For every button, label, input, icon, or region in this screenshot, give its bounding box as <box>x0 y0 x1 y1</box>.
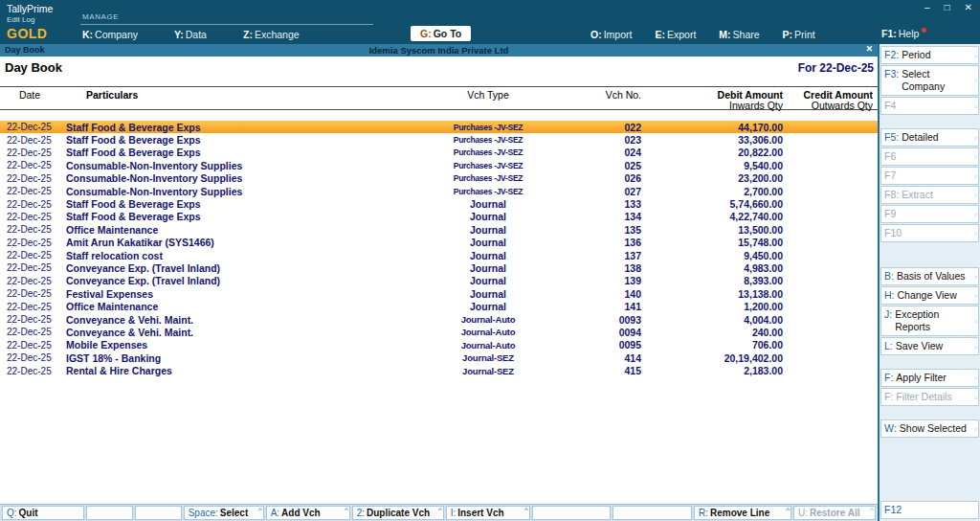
cell-vch-no: 026 <box>555 172 643 184</box>
sidebar-button[interactable]: H:Change View ‹ <box>880 286 979 305</box>
table-row[interactable]: 22-Dec-25 Rental & Hire Charges Journal-… <box>0 364 878 376</box>
cell-date: 22-Dec-25 <box>0 135 59 146</box>
menu-item[interactable]: Y:Data <box>174 29 207 40</box>
table-row[interactable]: 22-Dec-25 Consumable-Non-Inventory Suppl… <box>0 172 878 185</box>
sidebar-button[interactable]: F7 ‹ <box>880 167 979 185</box>
cell-vch-no: 022 <box>555 122 643 133</box>
cell-debit-amount: 2,183.00 <box>643 365 785 376</box>
sidebar-button[interactable]: F6 ‹ <box>880 147 979 166</box>
help-button[interactable]: F1:Help <box>881 28 926 39</box>
sidebar-button[interactable]: F2:Period ‹ <box>880 46 979 64</box>
sidebar-button[interactable] <box>880 356 979 368</box>
bottom-bar-button[interactable]: 2:Duplicate Vch ^ <box>352 506 444 520</box>
sidebar-button[interactable]: J:Exception Reports ‹ <box>880 306 979 336</box>
table-row[interactable]: 22-Dec-25 Conveyance & Vehi. Maint. Jour… <box>0 313 878 326</box>
bottom-bar-button[interactable]: R:Remove Line ^ <box>694 506 791 520</box>
cell-date: 22-Dec-25 <box>0 340 59 351</box>
bottom-bar-button[interactable]: U:Restore All ^ <box>793 506 876 520</box>
sidebar-button[interactable] <box>880 116 979 127</box>
sidebar-button[interactable]: F4 ‹ <box>880 97 979 115</box>
sidebar-button[interactable] <box>880 407 979 419</box>
menu-item[interactable]: O:Import <box>590 29 632 40</box>
go-to-button[interactable]: G:Go To <box>411 26 471 41</box>
cell-date: 22-Dec-25 <box>0 327 59 337</box>
button-colon: : <box>890 391 893 403</box>
bottom-bar-button[interactable]: Space:Select ^ <box>184 506 264 520</box>
cell-vch-no: 133 <box>555 198 643 210</box>
table-row[interactable]: 22-Dec-25 IGST 18% - Banking Journal-SEZ… <box>0 351 878 364</box>
button-label: Apply Filter <box>896 372 969 384</box>
edit-log-link[interactable]: Edit Log <box>7 15 34 24</box>
cell-date: 22-Dec-25 <box>0 122 59 132</box>
button-key: F7 <box>884 170 896 182</box>
button-key: B <box>884 270 891 283</box>
table-row[interactable]: 22-Dec-25 Staff Food & Beverage Exps Pur… <box>0 147 878 159</box>
menu-item[interactable]: K:Company <box>82 29 138 40</box>
cell-vch-type: Journal <box>421 198 555 210</box>
sidebar-button[interactable] <box>880 439 979 500</box>
sidebar-button[interactable] <box>880 243 979 266</box>
table-row[interactable]: 22-Dec-25 Conveyance & Vehi. Maint. Jour… <box>0 326 878 338</box>
table-row[interactable]: 22-Dec-25 Staff Food & Beverage Exps Pur… <box>0 121 878 133</box>
menu-item[interactable]: E:Export <box>655 29 696 40</box>
help-notification-dot <box>922 28 926 33</box>
sidebar-button[interactable]: B:Basis of Values ‹ <box>880 267 979 285</box>
table-row[interactable]: 22-Dec-25 Conveyance Exp. (Travel Inland… <box>0 275 878 287</box>
bottom-bar-button[interactable] <box>532 506 612 520</box>
table-row[interactable]: 22-Dec-25 Office Maintenance Journal 141… <box>0 300 878 312</box>
sidebar-button[interactable]: F3:Select Company ‹ <box>880 65 979 96</box>
cell-particulars: Staff Food & Beverage Exps <box>59 122 421 133</box>
bottom-bar-button[interactable]: Q:Quit <box>2 506 84 520</box>
menu-item[interactable]: Z:Exchange <box>243 29 300 40</box>
bottom-bar-button[interactable]: A:Add Vch ^ <box>266 506 350 520</box>
table-row[interactable]: 22-Dec-25 Staff relocation cost Journal … <box>0 249 878 261</box>
button-key: W <box>884 422 894 435</box>
menu-item[interactable]: M:Share <box>719 29 759 40</box>
menu-item[interactable]: P:Print <box>783 29 815 40</box>
chevron-left-icon: ‹ <box>974 340 977 352</box>
menu-item-key: M <box>719 29 727 40</box>
table-row[interactable]: 22-Dec-25 Staff Food & Beverage Exps Jou… <box>0 197 878 210</box>
table-row[interactable]: 22-Dec-25 Conveyance Exp. (Travel Inland… <box>0 261 878 274</box>
sidebar-button[interactable]: W:Show Selected ‹ <box>880 419 979 438</box>
sidebar-button[interactable]: F12 <box>880 501 979 519</box>
menu-item-key: O <box>590 29 598 40</box>
sidebar-button[interactable]: L:Save View ‹ <box>880 337 979 355</box>
sidebar-button[interactable]: F:Filter Details ‹ <box>880 388 979 406</box>
view-title-strip: Day Book Idemia Syscom India Private Ltd… <box>0 44 878 57</box>
table-row[interactable]: 22-Dec-25 Staff Food & Beverage Exps Pur… <box>0 133 878 146</box>
table-row[interactable]: 22-Dec-25 Mobile Expenses Journal-Auto 0… <box>0 339 878 351</box>
sidebar-button[interactable]: F9 ‹ <box>880 205 979 223</box>
cell-debit-amount: 240.00 <box>643 327 785 338</box>
cell-date: 22-Dec-25 <box>0 262 59 273</box>
maximize-icon[interactable]: □ <box>945 2 950 12</box>
caret-up-icon: ^ <box>438 506 442 514</box>
bottom-bar-button[interactable] <box>86 506 133 520</box>
table-row[interactable]: 22-Dec-25 Office Maintenance Journal 135… <box>0 223 878 236</box>
table-row[interactable]: 22-Dec-25 Festival Expenses Journal 140 … <box>0 287 878 300</box>
cell-vch-type: Journal-Auto <box>421 340 555 351</box>
button-colon: : <box>215 508 218 518</box>
bottom-bar-button[interactable] <box>135 506 182 520</box>
bottom-bar-button[interactable]: I:Insert Vch ^ <box>446 506 530 520</box>
close-view-icon[interactable]: ✕ <box>865 44 873 54</box>
cell-date: 22-Dec-25 <box>0 212 59 222</box>
table-row[interactable]: 22-Dec-25 Amit Arun Kakatikar (SYS1466) … <box>0 237 878 249</box>
bottom-bar-button[interactable] <box>612 506 692 520</box>
minimize-icon[interactable]: – <box>924 2 930 12</box>
sidebar-button[interactable]: F:Apply Filter ‹ <box>880 369 979 387</box>
close-window-icon[interactable]: ✕ <box>965 2 972 12</box>
window-controls: – □ ✕ <box>924 2 972 12</box>
button-key: F8 <box>884 189 896 201</box>
table-row[interactable]: 22-Dec-25 Consumable-Non-Inventory Suppl… <box>0 159 878 171</box>
table-row[interactable]: 22-Dec-25 Staff Food & Beverage Exps Jou… <box>0 211 878 223</box>
cell-vch-type: Journal <box>421 288 555 300</box>
sidebar-button[interactable]: F5:Detailed ‹ <box>880 128 979 147</box>
table-row[interactable]: 22-Dec-25 Consumable-Non-Inventory Suppl… <box>0 185 878 197</box>
cell-vch-no: 415 <box>555 365 643 376</box>
sidebar-button[interactable]: F8:Extract ‹ <box>880 186 979 204</box>
sidebar-button[interactable]: F10 ‹ <box>880 224 979 242</box>
button-key: Q <box>7 508 14 518</box>
menu-item-label: Data <box>186 29 207 40</box>
table-header-row-2: Inwards Qty Outwards Qty <box>0 101 878 110</box>
